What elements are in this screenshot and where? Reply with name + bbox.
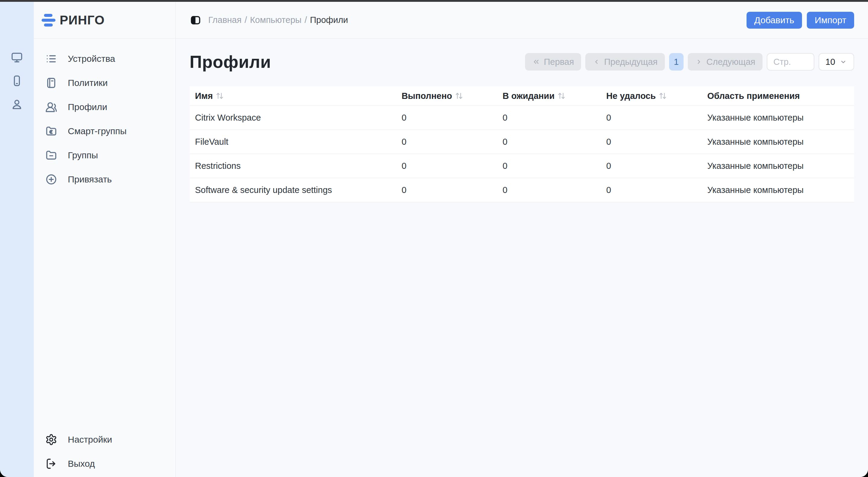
circle-plus-icon (45, 173, 57, 185)
sidebar-item-logout[interactable]: Выход (34, 452, 176, 476)
sidebar-item-profiles[interactable]: Профили (34, 95, 176, 119)
logout-icon (45, 458, 57, 470)
cell-failed: 0 (607, 106, 707, 130)
breadcrumb-current: Профили (310, 15, 348, 25)
main-panel: Профили Первая Предыдущая 1 Следующая (176, 38, 868, 477)
next-page-button[interactable]: Следующая (688, 53, 763, 70)
computers-monitor-icon[interactable] (11, 51, 23, 63)
cell-profile-name: Software & security update settings (190, 178, 401, 202)
column-header-done[interactable]: Выполнено (401, 91, 463, 101)
breadcrumb-home[interactable]: Главная (208, 15, 241, 25)
sidebar-nav: Устройства Политики Профили Смарт-группы (34, 47, 176, 191)
cell-done: 0 (401, 154, 502, 178)
prev-page-button[interactable]: Предыдущая (585, 53, 664, 70)
column-header-name[interactable]: Имя (195, 91, 224, 101)
sort-icon (216, 92, 224, 100)
add-button[interactable]: Добавить (747, 12, 802, 29)
chevron-left-icon (592, 58, 600, 66)
cell-pending: 0 (503, 106, 607, 130)
sort-icon (659, 92, 667, 100)
cell-scope: Указанные компьютеры (707, 178, 854, 202)
users-person-icon[interactable] (11, 98, 23, 110)
smart-folder-icon (45, 125, 57, 137)
next-page-label: Следующая (707, 57, 755, 67)
breadcrumb-section[interactable]: Компьютеры (250, 15, 301, 25)
pagination: Первая Предыдущая 1 Следующая 10 (525, 53, 854, 70)
chevron-right-icon (695, 58, 703, 66)
cell-done: 0 (401, 130, 502, 154)
content-area: Главная / Компьютеры / Профили Добавить … (176, 2, 868, 477)
table-row[interactable]: FileVault 0 0 0 Указанные компьютеры (190, 130, 854, 154)
sidebar-item-label: Политики (68, 78, 107, 88)
page-title: Профили (190, 52, 271, 72)
cell-failed: 0 (607, 178, 707, 202)
current-page-button[interactable]: 1 (669, 53, 684, 70)
table-row[interactable]: Citrix Workspace 0 0 0 Указанные компьют… (190, 106, 854, 130)
cell-done: 0 (401, 106, 502, 130)
import-button[interactable]: Импорт (807, 12, 854, 29)
brand-logo: РИНГО (34, 2, 176, 38)
chevrons-left-icon (532, 58, 540, 66)
table-row[interactable]: Software & security update settings 0 0 … (190, 178, 854, 202)
breadcrumb: Главная / Компьютеры / Профили (208, 15, 348, 25)
first-page-label: Первая (544, 57, 574, 67)
cell-done: 0 (401, 178, 502, 202)
brand-name: РИНГО (60, 13, 104, 27)
prev-page-label: Предыдущая (604, 57, 657, 67)
notebook-icon (45, 77, 57, 89)
cell-failed: 0 (607, 154, 707, 178)
sidebar: РИНГО Устройства Политики Профили (34, 2, 176, 477)
page-size-select[interactable]: 10 (818, 53, 854, 70)
sidebar-item-devices[interactable]: Устройства (34, 47, 176, 71)
page-header: Главная / Компьютеры / Профили Добавить … (176, 2, 868, 38)
page-number-input[interactable] (767, 53, 814, 70)
page-size-value: 10 (826, 57, 835, 67)
cell-profile-name: FileVault (190, 130, 401, 154)
app-window: РИНГО Устройства Политики Профили (0, 2, 868, 477)
column-header-scope: Область применения (707, 91, 800, 101)
sidebar-item-label: Настройки (68, 435, 112, 445)
first-page-button[interactable]: Первая (525, 53, 581, 70)
profiles-table: Имя Выполнено В ожидании Не удалось Обла… (190, 86, 854, 202)
column-header-pending[interactable]: В ожидании (503, 91, 565, 101)
sidebar-item-smart-groups[interactable]: Смарт-группы (34, 119, 176, 143)
sort-icon (455, 92, 463, 100)
cell-scope: Указанные компьютеры (707, 130, 854, 154)
sidebar-item-label: Выход (68, 458, 95, 469)
sidebar-item-settings[interactable]: Настройки (34, 427, 176, 452)
icon-rail (0, 2, 34, 477)
cell-scope: Указанные компьютеры (707, 106, 854, 130)
sidebar-item-label: Устройства (68, 54, 115, 64)
sidebar-item-label: Привязать (68, 174, 112, 184)
table-row[interactable]: Restrictions 0 0 0 Указанные компьютеры (190, 154, 854, 178)
sidebar-toggle-icon[interactable] (190, 14, 202, 26)
cell-failed: 0 (607, 130, 707, 154)
gear-icon (45, 434, 57, 446)
sort-icon (558, 92, 565, 100)
users-icon (45, 101, 57, 113)
cell-scope: Указанные компьютеры (707, 154, 854, 178)
table-header-row: Имя Выполнено В ожидании Не удалось Обла… (190, 86, 854, 106)
breadcrumb-separator: / (244, 15, 247, 25)
cell-pending: 0 (503, 154, 607, 178)
three-bars-logo-icon (41, 13, 56, 27)
sidebar-item-groups[interactable]: Группы (34, 143, 176, 167)
cell-profile-name: Citrix Workspace (190, 106, 401, 130)
cell-profile-name: Restrictions (190, 154, 401, 178)
folder-minus-icon (45, 149, 57, 161)
sidebar-item-label: Профили (68, 102, 107, 112)
cell-pending: 0 (503, 178, 607, 202)
sidebar-item-label: Группы (68, 150, 98, 160)
sidebar-item-policies[interactable]: Политики (34, 71, 176, 95)
sidebar-footer-nav: Настройки Выход (34, 427, 176, 476)
list-icon (45, 53, 57, 65)
breadcrumb-separator: / (304, 15, 307, 25)
sidebar-item-enroll[interactable]: Привязать (34, 167, 176, 191)
chevron-down-icon (839, 58, 847, 66)
mobile-smartphone-icon[interactable] (11, 75, 23, 87)
column-header-failed[interactable]: Не удалось (607, 91, 667, 101)
cell-pending: 0 (503, 130, 607, 154)
sidebar-item-label: Смарт-группы (68, 126, 127, 136)
